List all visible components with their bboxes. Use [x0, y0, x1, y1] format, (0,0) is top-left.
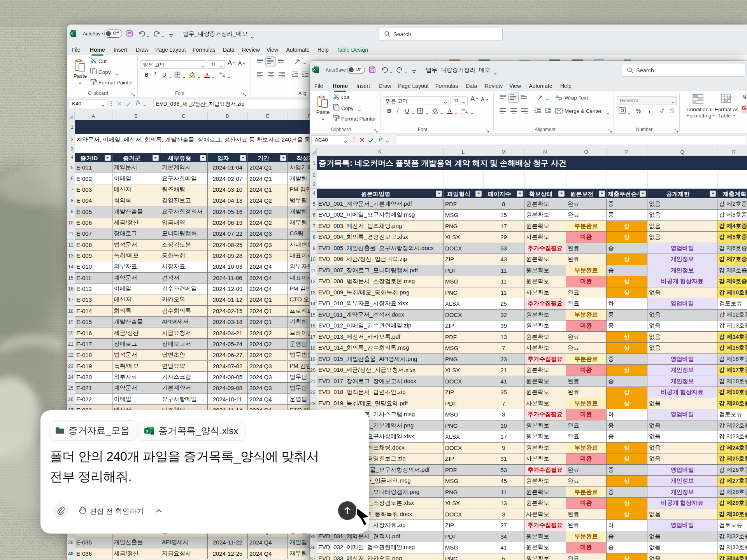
svg-text:x: x: [146, 428, 149, 433]
svg-text:A: A: [448, 108, 452, 114]
svg-text:X: X: [313, 68, 316, 72]
svg-text:ab: ab: [539, 95, 542, 98]
svg-text:%: %: [636, 108, 641, 114]
svg-text:,: ,: [649, 107, 650, 113]
svg-text:X: X: [70, 32, 73, 35]
svg-text:ab: ab: [296, 59, 299, 61]
svg-text:.00: .00: [659, 111, 663, 114]
svg-text:A: A: [465, 110, 468, 114]
svg-text:→.0: →.0: [669, 111, 674, 114]
svg-text:A: A: [205, 72, 209, 77]
svg-text:A: A: [222, 74, 225, 78]
